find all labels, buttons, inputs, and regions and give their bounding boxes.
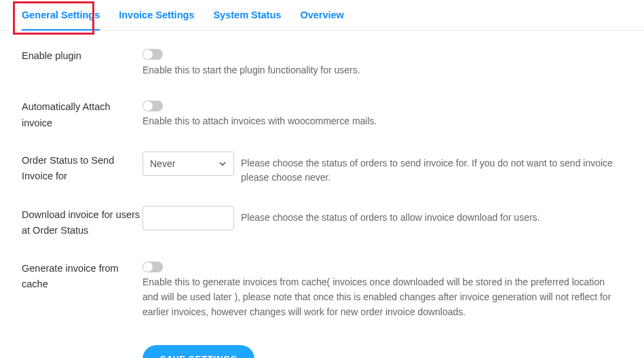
row-enable-plugin: Enable plugin Enable this to start the p… [22,47,622,77]
help-enable-plugin: Enable this to start the plugin function… [143,63,622,78]
row-actions: SAVE SETTINGS [22,340,622,358]
tab-invoice-settings[interactable]: Invoice Settings [119,10,194,30]
row-generate-cache: Generate invoice from cache Enable this … [22,259,622,320]
label-enable-plugin: Enable plugin [22,47,143,64]
help-download-status: Please choose the status of orders to al… [241,206,622,226]
general-settings-form: Enable plugin Enable this to start the p… [0,31,644,358]
label-download-status: Download invoice for users at Order Stat… [22,206,143,238]
help-auto-attach: Enable this to attach invoices with wooc… [143,114,622,129]
save-settings-button[interactable]: SAVE SETTINGS [143,345,254,358]
toggle-auto-attach[interactable] [143,101,163,111]
row-download-status: Download invoice for users at Order Stat… [22,206,622,238]
toggle-enable-plugin[interactable] [143,49,163,60]
label-generate-cache: Generate invoice from cache [22,259,143,292]
help-order-status-send: Please choose the status of orders to se… [241,151,622,185]
tab-general-settings[interactable]: General Settings [22,10,100,30]
toggle-generate-cache[interactable] [143,262,163,272]
row-auto-attach: Automatically Attach invoice Enable this… [22,98,622,130]
select-order-status-send[interactable]: Never [143,151,234,176]
label-order-status-send: Order Status to Send Invoice for [22,151,143,184]
row-order-status-send: Order Status to Send Invoice for Never P… [22,151,622,185]
tab-system-status[interactable]: System Status [213,10,281,30]
tab-overview[interactable]: Overview [300,10,344,30]
help-generate-cache: Enable this to generate invoices from ca… [143,275,622,319]
tabs-bar: General Settings Invoice Settings System… [0,0,644,31]
label-auto-attach: Automatically Attach invoice [22,98,143,130]
input-download-status[interactable] [143,206,234,230]
